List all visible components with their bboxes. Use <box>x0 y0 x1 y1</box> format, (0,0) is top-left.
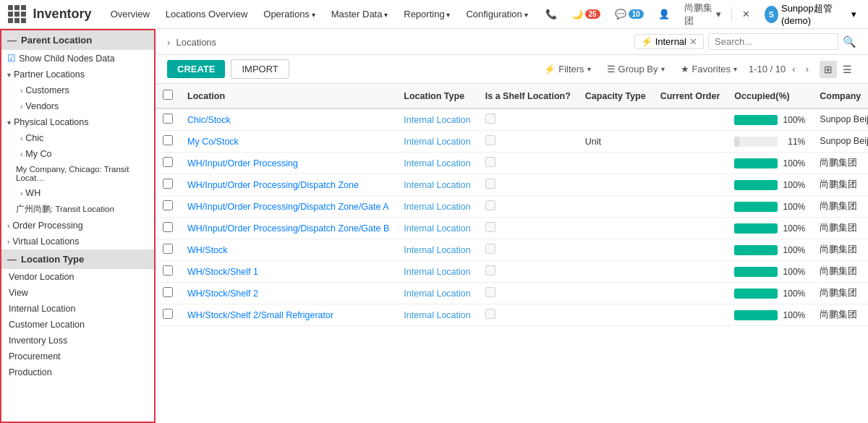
type-inventory-loss[interactable]: Inventory Loss <box>1 333 154 349</box>
physical-locations-item[interactable]: ▾ Physical Locations <box>1 114 154 130</box>
user-menu[interactable]: S Sunpop超管 (demo) ▾ <box>760 0 861 28</box>
vendors-item[interactable]: › Vendors <box>1 98 154 114</box>
filters-button[interactable]: ⚡ Filters ▾ <box>540 61 595 77</box>
row-checkbox[interactable] <box>163 114 173 124</box>
create-button[interactable]: CREATE <box>167 60 225 78</box>
select-all-checkbox[interactable] <box>163 90 173 100</box>
capacity-type-cell: Unit <box>578 131 653 153</box>
row-checkbox[interactable] <box>163 309 173 319</box>
wh-item[interactable]: › WH <box>1 185 154 201</box>
row-checkbox[interactable] <box>163 200 173 210</box>
row-checkbox[interactable] <box>163 135 173 145</box>
location-cell[interactable]: WH/Input/Order Processing/Dispatch Zone <box>180 174 396 196</box>
location-cell[interactable]: WH/Input/Order Processing/Dispatch Zone/… <box>180 196 396 218</box>
app-grid-icon[interactable] <box>7 4 27 25</box>
order-processing-item[interactable]: › Order Processing <box>1 218 154 234</box>
chic-item[interactable]: › Chic <box>1 130 154 146</box>
current-order-cell <box>653 261 728 283</box>
import-button[interactable]: IMPORT <box>231 59 289 79</box>
row-checkbox[interactable] <box>163 244 173 254</box>
location-type-cell: Internal Location <box>396 108 477 131</box>
shelf-location-cell <box>478 108 578 131</box>
next-page-button[interactable]: › <box>802 62 812 76</box>
location-cell[interactable]: WH/Stock/Shelf 2 <box>180 283 396 304</box>
grid-view-button[interactable]: ⊞ <box>820 61 837 78</box>
close-button[interactable]: ✕ <box>738 7 754 22</box>
capacity-type-cell <box>578 174 653 196</box>
chevron-down-icon-physical: ▾ <box>7 119 11 127</box>
parent-location-header: — Parent Location <box>1 30 154 50</box>
chevron-right-icon-virtual: › <box>7 238 9 246</box>
row-checkbox[interactable] <box>163 157 173 167</box>
current-order-cell <box>653 283 728 304</box>
chevron-right-icon-wh: › <box>20 189 22 197</box>
my-co-item[interactable]: › My Co <box>1 146 154 162</box>
chat-button[interactable]: 💬 10 <box>610 7 648 22</box>
search-input[interactable] <box>708 33 838 50</box>
location-cell[interactable]: WH/Stock <box>180 239 396 261</box>
favorites-button[interactable]: ★ Favorites ▾ <box>676 61 741 77</box>
table-row: WH/StockInternal Location100%尚鹏集团 <box>156 239 868 261</box>
row-checkbox[interactable] <box>163 222 173 232</box>
occupied-cell: 100% <box>727 304 812 326</box>
occupied-pct-value: 100% <box>782 223 805 234</box>
occupied-pct-value: 100% <box>782 180 805 190</box>
nav-master-data[interactable]: Master Data <box>324 6 396 22</box>
filter-tag-internal: ⚡ Internal ✕ <box>634 34 704 49</box>
type-view[interactable]: View <box>1 285 154 301</box>
show-child-nodes-item[interactable]: ☑ Show Child Nodes Data <box>1 50 154 67</box>
filter-close-btn[interactable]: ✕ <box>689 36 697 47</box>
my-company-transit-item[interactable]: My Company, Chicago: Transit Locat… <box>1 162 154 185</box>
customers-item[interactable]: › Customers <box>1 82 154 98</box>
nav-overview[interactable]: Overview <box>103 6 157 22</box>
table-row: Chic/StockInternal Location100%Sunpop Be… <box>156 108 868 131</box>
occupied-cell: 100% <box>727 196 812 218</box>
nav-configuration[interactable]: Configuration <box>459 6 535 22</box>
partner-locations-item[interactable]: ▾ Partner Locations <box>1 67 154 82</box>
location-type-cell: Internal Location <box>396 196 477 218</box>
row-checkbox[interactable] <box>163 179 173 189</box>
groupby-arrow-icon: ▾ <box>661 65 665 73</box>
location-type-cell: Internal Location <box>396 218 477 239</box>
table-row: WH/Input/Order Processing/Dispatch Zone/… <box>156 196 868 218</box>
location-cell[interactable]: My Co/Stock <box>180 131 396 153</box>
nav-reporting[interactable]: Reporting <box>396 6 457 22</box>
type-production[interactable]: Production <box>1 364 154 380</box>
chevron-right-icon: › <box>20 87 22 95</box>
moon-button[interactable]: 🌙 25 <box>567 7 605 22</box>
type-vendor-location[interactable]: Vendor Location <box>1 269 154 285</box>
nav-locations-overview[interactable]: Locations Overview <box>158 6 255 22</box>
location-cell[interactable]: WH/Stock/Shelf 1 <box>180 261 396 283</box>
prev-page-button[interactable]: ‹ <box>788 62 799 76</box>
nav-operations[interactable]: Operations <box>256 6 322 22</box>
virtual-locations-item[interactable]: › Virtual Locations <box>1 234 154 249</box>
row-checkbox[interactable] <box>163 287 173 297</box>
current-order-cell <box>653 196 728 218</box>
row-checkbox[interactable] <box>163 265 173 275</box>
chat-badge: 10 <box>629 9 644 19</box>
filter-bar: ⚡ Internal ✕ 🔍 <box>634 33 856 50</box>
col-location: Location <box>180 84 396 108</box>
location-cell[interactable]: WH/Input/Order Processing/Dispatch Zone/… <box>180 218 396 239</box>
occupied-pct-value: 100% <box>782 115 805 125</box>
chevron-icon: › <box>167 38 170 48</box>
type-customer-location[interactable]: Customer Location <box>1 317 154 333</box>
occupied-cell: 11% <box>727 131 812 153</box>
guangzhou-transit-item[interactable]: 广州尚鹏: Transit Location <box>1 201 154 218</box>
company-cell: 尚鹏集团 <box>812 153 868 174</box>
type-internal-location[interactable]: Internal Location <box>1 301 154 317</box>
list-view-button[interactable]: ☰ <box>838 61 856 78</box>
location-cell[interactable]: Chic/Stock <box>180 108 396 131</box>
company-selector[interactable]: 尚鹏集团 ▾ <box>680 0 726 30</box>
type-procurement[interactable]: Procurement <box>1 349 154 364</box>
group-by-button[interactable]: ☰ Group By ▾ <box>603 61 669 77</box>
shelf-location-cell <box>478 304 578 326</box>
person-button[interactable]: 👤 <box>654 7 674 22</box>
occupied-cell: 100% <box>727 283 812 304</box>
search-button[interactable]: 🔍 <box>843 35 856 48</box>
location-type-cell: Internal Location <box>396 261 477 283</box>
check-icon: ☑ <box>7 53 16 64</box>
phone-button[interactable]: 📞 <box>541 7 561 22</box>
location-cell[interactable]: WH/Stock/Shelf 2/Small Refrigerator <box>180 304 396 326</box>
location-cell[interactable]: WH/Input/Order Processing <box>180 153 396 174</box>
